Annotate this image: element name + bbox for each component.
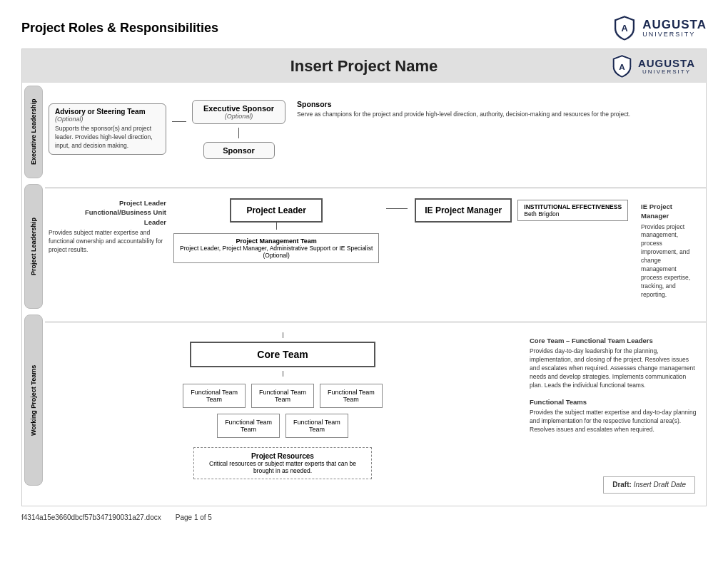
working-right: Core Team – Functional Team Leaders Prov… [524, 332, 702, 492]
working-section: Core Team Functional Team Team Functiona… [45, 322, 706, 502]
diagram-body: Executive Leadership Project Leadership … [22, 83, 706, 506]
page-title: Project Roles & Responsibilities [21, 21, 218, 36]
ft1-sub: Team [191, 396, 238, 403]
functional-teams-info-title: Functional Teams [530, 397, 697, 407]
working-left: Core Team Functional Team Team Functiona… [49, 332, 517, 492]
leadership-section: Project Leader Functional/Business Unit … [45, 188, 706, 322]
ie-effectiveness-title: INSTITUTIONAL EFFECTIVENESS [524, 203, 622, 210]
ie-desc-text: Provides project management, process imp… [641, 223, 697, 300]
exec-sponsor-box: Executive Sponsor (Optional) [192, 100, 285, 124]
ft3-sub: Team [328, 396, 375, 403]
exec-v-connector [238, 128, 239, 138]
advisory-optional: (Optional) [55, 116, 160, 123]
section-label-leadership: Project Leadership [24, 184, 43, 309]
h-connector-leader-ie [386, 208, 408, 209]
working-section-inner: Core Team Functional Team Team Functiona… [45, 327, 706, 498]
header-shield-icon: A [611, 14, 638, 41]
to-core-line [283, 332, 283, 338]
advisory-title: Advisory or Steering Team [55, 108, 160, 116]
core-team-info-text: Provides day-to-day leadership for the p… [530, 347, 697, 389]
functional-team-2: Functional Team Team [251, 384, 314, 408]
ie-manager-box: IE Project Manager [415, 198, 512, 223]
sponsor-info-text: Serve as champions for the project and p… [297, 111, 697, 119]
diagram-logo: A AUGUSTA UNIVERSITY [610, 53, 695, 78]
diagram-content: Advisory or Steering Team (Optional) Sup… [45, 83, 706, 506]
leader-desc-title1: Project Leader Functional/Business Unit … [49, 198, 166, 227]
pm-team-box: Project Management Team Project Leader, … [173, 233, 379, 263]
core-team-box: Core Team [190, 342, 375, 367]
project-resources-box: Project Resources Critical resources or … [193, 447, 372, 479]
functional-teams-info-text: Provides the subject matter expertise an… [530, 409, 697, 434]
exec-sponsor-optional: (Optional) [203, 113, 274, 120]
leader-desc: Project Leader Functional/Business Unit … [49, 198, 166, 255]
ft5-sub: Team [293, 426, 340, 433]
leader-desc-text: Provides subject matter expertise and fu… [49, 229, 166, 255]
page-footer: f4314a15e3660dbcf57b347190031a27.docx Pa… [21, 514, 707, 521]
diagram-logo-text: AUGUSTA UNIVERSITY [638, 58, 695, 75]
sponsor-info: Sponsors Serve as champions for the proj… [291, 96, 702, 123]
functional-team-5: Functional Team Team [285, 414, 348, 438]
ft4-sub: Team [225, 426, 272, 433]
functional-team-3: Functional Team Team [320, 384, 383, 408]
ie-row: IE Project Manager INSTITUTIONAL EFFECTI… [415, 198, 628, 223]
project-leader-box: Project Leader [230, 198, 323, 223]
svg-text:A: A [619, 62, 625, 71]
header-logo: A AUGUSTA UNIVERSITY [611, 14, 707, 41]
exec-section-inner: Advisory or Steering Team (Optional) Sup… [45, 91, 706, 183]
ie-desc: IE Project Manager Provides project mana… [635, 198, 702, 303]
advisory-box: Advisory or Steering Team (Optional) Sup… [49, 103, 166, 155]
project-resources-desc: Critical resources or subject matter exp… [201, 460, 364, 474]
leadership-section-inner: Project Leader Functional/Business Unit … [45, 193, 706, 317]
footer-page: Page 1 of 5 [176, 514, 212, 521]
draft-date: Insert Draft Date [634, 481, 686, 489]
draft-label: Draft: [612, 481, 632, 489]
functional-teams-row2: Functional Team Team Functional Team Tea… [217, 414, 348, 438]
exec-center: Executive Sponsor (Optional) Sponsor [192, 100, 285, 159]
ie-effectiveness-name: Beth Brigdon [524, 210, 622, 218]
sponsor-box: Sponsor [203, 142, 275, 159]
section-label-working: Working Project Teams [24, 315, 43, 486]
section-labels: Executive Leadership Project Leadership … [22, 83, 45, 506]
functional-team-4: Functional Team Team [217, 414, 280, 438]
executive-section: Advisory or Steering Team (Optional) Sup… [45, 86, 706, 188]
diagram-shield-icon: A [610, 53, 635, 78]
svg-text:A: A [622, 24, 628, 34]
core-team-info-title: Core Team – Functional Team Leaders [530, 336, 697, 345]
diagram-title: Insert Project Name [118, 57, 610, 76]
section-label-exec: Executive Leadership [24, 86, 43, 178]
advisory-desc: Supports the sponsor(s) and project lead… [55, 125, 160, 150]
draft-box: Draft: Insert Draft Date [603, 476, 695, 494]
functional-teams-info: Functional Teams Provides the subject ma… [530, 397, 697, 434]
leader-to-pm-line [276, 223, 277, 230]
project-leader-area: Project Leader Project Management Team P… [173, 198, 379, 263]
sponsor-info-title: Sponsors [297, 100, 697, 108]
ft2-sub: Team [259, 396, 306, 403]
diagram-container: Insert Project Name A AUGUSTA UNIVERSITY… [21, 48, 707, 506]
page-header: Project Roles & Responsibilities A AUGUS… [21, 14, 707, 41]
functional-team-1: Functional Team Team [183, 384, 246, 408]
ie-section: IE Project Manager INSTITUTIONAL EFFECTI… [415, 198, 628, 223]
pm-team-title: Project Management Team [180, 237, 373, 245]
project-resources-title: Project Resources [201, 452, 364, 460]
pm-team-desc: Project Leader, Project Manager, Adminis… [180, 245, 373, 252]
core-team-info: Core Team – Functional Team Leaders Prov… [530, 336, 697, 390]
exec-sponsor-title: Executive Sponsor [203, 104, 274, 113]
diagram-header: Insert Project Name A AUGUSTA UNIVERSITY [22, 49, 706, 83]
core-to-ft-line [283, 371, 283, 377]
functional-teams-row1: Functional Team Team Functional Team Tea… [183, 384, 383, 408]
header-logo-text: AUGUSTA UNIVERSITY [642, 19, 707, 38]
ie-desc-title: IE Project Manager [641, 202, 697, 221]
ie-effectiveness-box: INSTITUTIONAL EFFECTIVENESS Beth Brigdon [517, 200, 628, 221]
footer-file: f4314a15e3660dbcf57b347190031a27.docx [21, 514, 161, 521]
pm-team-optional: (Optional) [180, 252, 373, 259]
advisory-connector [172, 121, 186, 122]
